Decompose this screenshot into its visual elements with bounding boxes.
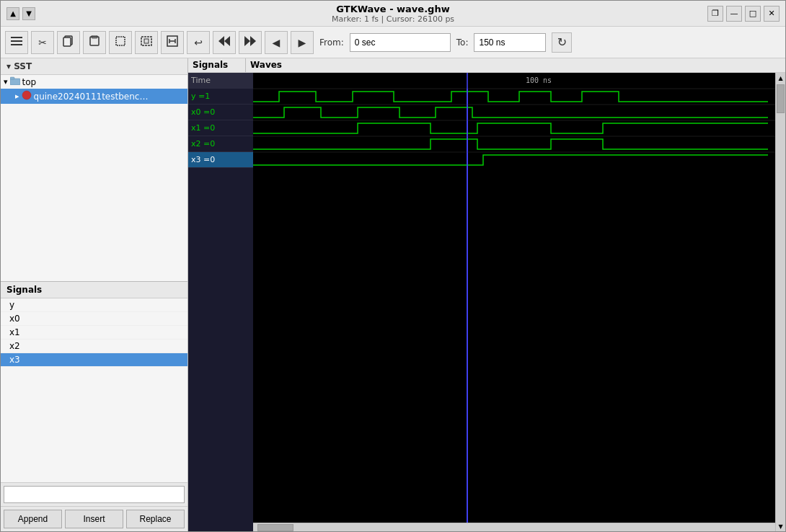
tree-icon-quine xyxy=(22,90,32,102)
right-panel: Signals Waves Time y =1 x0 =0 x1 =0 x2 =… xyxy=(188,58,785,531)
from-label: From: xyxy=(319,37,344,48)
from-input[interactable] xyxy=(350,33,451,52)
prev-btn[interactable]: ◀ xyxy=(265,31,288,54)
signal-row-time: Time xyxy=(188,73,253,89)
to-input[interactable] xyxy=(474,33,546,52)
scroll-down-btn[interactable]: ▼ xyxy=(22,7,35,20)
insert-btn[interactable]: Insert xyxy=(65,510,123,528)
signal-row-x3: x3 =0 xyxy=(188,152,253,168)
main-window: ▲ ▼ GTKWave - wave.ghw Marker: 1 fs | Cu… xyxy=(0,0,786,532)
sst-collapse-arrow[interactable]: ▾ xyxy=(6,61,11,71)
scroll-up-btn[interactable]: ▲ xyxy=(6,7,19,20)
rewind-icon xyxy=(218,36,230,48)
paste-icon xyxy=(89,35,100,49)
undo-btn[interactable]: ↩ xyxy=(187,31,210,54)
signal-item-x2[interactable]: x2 xyxy=(1,340,187,353)
titlebar-center: GTKWave - wave.ghw Marker: 1 fs | Cursor… xyxy=(332,4,454,24)
v-scroll-down[interactable]: ▼ xyxy=(776,521,785,531)
signal-row-x1: x1 =0 xyxy=(188,120,253,136)
v-scroll-thumb[interactable] xyxy=(777,84,785,113)
window-title: GTKWave - wave.ghw xyxy=(332,4,454,14)
rewind-btn[interactable] xyxy=(213,31,236,54)
wave-header-signals-label: Signals xyxy=(188,58,246,72)
hamburger-icon xyxy=(11,36,22,48)
svg-marker-14 xyxy=(218,36,224,46)
append-btn[interactable]: Append xyxy=(4,510,62,528)
bottom-buttons: Append Insert Replace xyxy=(1,506,187,531)
prev-icon: ◀ xyxy=(273,37,281,48)
zoom-fit-btn[interactable] xyxy=(161,31,184,54)
waveform-area[interactable] xyxy=(253,73,775,523)
h-scrollbar-thumb[interactable] xyxy=(257,524,293,531)
signal-row-y: y =1 xyxy=(188,89,253,105)
select-region-btn[interactable] xyxy=(135,31,158,54)
svg-rect-0 xyxy=(11,37,22,38)
tree-item-quine[interactable]: ▸ quine20240111testbenc… xyxy=(1,89,187,104)
signal-label-x0: x0 xyxy=(9,314,20,324)
signal-label-x3: x3 xyxy=(9,355,20,365)
waveform-container xyxy=(253,73,775,531)
cut-icon: ✂ xyxy=(38,37,47,48)
next-btn[interactable]: ▶ xyxy=(291,31,314,54)
h-scrollbar[interactable] xyxy=(253,523,775,531)
titlebar: ▲ ▼ GTKWave - wave.ghw Marker: 1 fs | Cu… xyxy=(1,1,785,27)
signal-item-x0[interactable]: x0 xyxy=(1,312,187,326)
svg-rect-7 xyxy=(116,37,125,45)
to-label: To: xyxy=(456,37,469,48)
paste-btn[interactable] xyxy=(83,31,106,54)
svg-point-20 xyxy=(22,91,31,99)
maximize-btn[interactable]: □ xyxy=(745,6,761,22)
signal-item-x3[interactable]: x3 xyxy=(1,353,187,367)
tree-label-quine: quine20240111testbenc… xyxy=(34,92,149,102)
svg-rect-9 xyxy=(144,39,149,43)
titlebar-left: ▲ ▼ xyxy=(6,7,35,20)
replace-btn[interactable]: Replace xyxy=(126,510,185,528)
select-region-icon xyxy=(141,35,152,49)
next-icon: ▶ xyxy=(299,37,306,48)
hamburger-btn[interactable] xyxy=(5,31,28,54)
svg-rect-18 xyxy=(10,79,20,85)
signals-header: Signals xyxy=(1,282,187,298)
signal-label-y: y xyxy=(9,300,14,310)
v-scroll-up[interactable]: ▲ xyxy=(776,73,785,83)
tree-item-top[interactable]: ▾ top xyxy=(1,75,187,89)
signal-row-x0: x0 =0 xyxy=(188,105,253,120)
wave-header-row: Signals Waves xyxy=(188,58,785,73)
minimize-btn[interactable]: — xyxy=(726,6,742,22)
search-wrapper: 🔍 xyxy=(4,486,185,503)
select-all-icon xyxy=(115,35,126,49)
search-input[interactable] xyxy=(4,486,185,503)
cut-btn[interactable]: ✂ xyxy=(31,31,54,54)
search-box-area: 🔍 xyxy=(1,482,187,506)
tree-arrow-top: ▾ xyxy=(4,77,8,87)
signals-section: Signals y x0 x1 x2 x3 xyxy=(1,282,187,531)
wave-header-waves-label: Waves xyxy=(246,58,785,72)
titlebar-controls: ❐ — □ ✕ xyxy=(707,6,780,22)
zoom-fit-icon xyxy=(167,35,178,49)
copy-icon xyxy=(63,35,74,49)
refresh-btn[interactable]: ↻ xyxy=(552,32,572,53)
tree-icon-top xyxy=(10,76,20,87)
signal-item-y[interactable]: y xyxy=(1,298,187,312)
signal-name-col: Time y =1 x0 =0 x1 =0 x2 =0 x3 =0 xyxy=(188,73,253,531)
fast-forward-icon xyxy=(244,36,256,48)
svg-rect-2 xyxy=(11,44,22,45)
signal-item-x1[interactable]: x1 xyxy=(1,326,187,340)
fast-forward-btn[interactable] xyxy=(239,31,262,54)
tree-label-top: top xyxy=(22,77,37,87)
copy-btn[interactable] xyxy=(57,31,80,54)
toolbar: ✂ xyxy=(1,27,785,58)
sst-section: ▾ SST ▾ top xyxy=(1,58,187,282)
v-scroll-track[interactable] xyxy=(776,83,785,521)
svg-rect-19 xyxy=(10,77,14,79)
sst-title: SST xyxy=(14,61,32,71)
restore-btn[interactable]: ❐ xyxy=(707,6,723,22)
select-all-btn[interactable] xyxy=(109,31,132,54)
signals-list[interactable]: y x0 x1 x2 x3 xyxy=(1,298,187,482)
close-btn[interactable]: ✕ xyxy=(764,6,780,22)
svg-marker-17 xyxy=(250,36,256,46)
undo-icon: ↩ xyxy=(194,37,203,48)
v-scrollbar[interactable]: ▲ ▼ xyxy=(775,73,785,531)
window-subtitle: Marker: 1 fs | Cursor: 26100 ps xyxy=(332,14,454,24)
tree-area[interactable]: ▾ top ▸ xyxy=(1,75,187,281)
